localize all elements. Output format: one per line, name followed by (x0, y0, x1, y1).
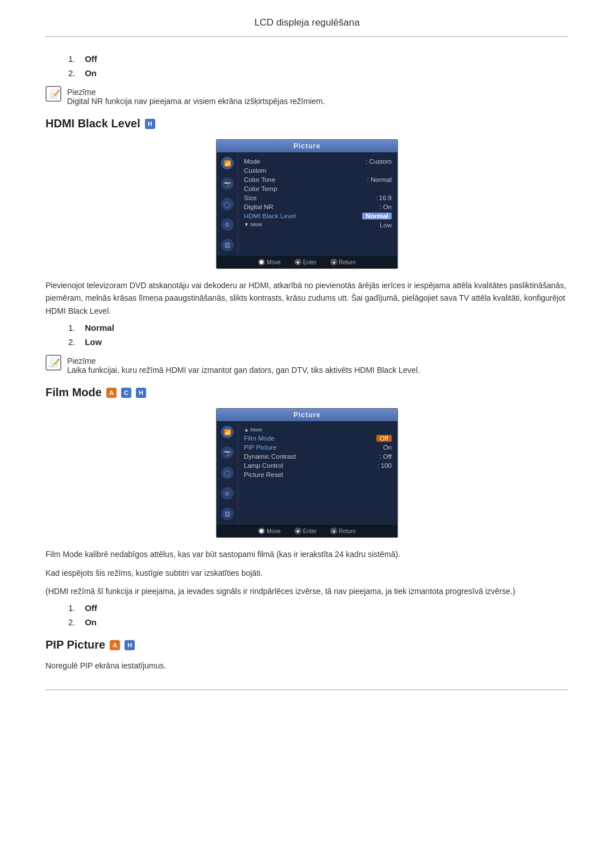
screen-icon-4: ⚙ (221, 218, 234, 231)
film-footer-return-label: Return (339, 528, 356, 534)
footer-move-label: Move (267, 259, 280, 265)
note-box-digital-nr: 📝 Piezīme Digital NR funkcija nav pieeja… (45, 86, 569, 106)
film-row-lampcontrol: Lamp Control : 100 (244, 461, 392, 470)
note-text-hdmi: Piezīme Laika funkcijai, kuru režīmā HDM… (67, 355, 420, 375)
move-icon: ⬤ (258, 259, 265, 265)
film-list-value-off: Off (85, 603, 97, 613)
list-number-2: 2. (68, 68, 82, 78)
hdmi-row-digitalnr: Digital NR : On (244, 202, 392, 211)
hdmi-row-blacklevel: HDMI Black Level Normal (244, 211, 392, 221)
film-screen-body: 📶 📷 ◯ ⚙ 🖼 ▲ More Film Mode Off PIP P (217, 421, 397, 525)
hdmi-row-mode: Mode : Custom (244, 157, 392, 166)
custom-label: Custom (244, 167, 267, 174)
footer-enter-label: Enter (303, 259, 317, 265)
pip-on-value: On (383, 444, 392, 451)
footer-return: ◄ Return (330, 259, 356, 265)
picturereset-label: Picture Reset (244, 471, 283, 478)
filmmode-label: Film Mode (244, 435, 275, 442)
film-mode-title: Film Mode (45, 386, 102, 399)
hdmi-list-item-1: 1. Normal (68, 323, 569, 333)
more-label: ▼ More (244, 222, 262, 229)
hdmi-screen-footer: ⬤ Move ■ Enter ◄ Return (217, 256, 397, 268)
film-row-pip: PIP Picture On (244, 443, 392, 452)
hdmi-screen-mockup: Picture 📶 📷 ◯ ⚙ 🖼 Mode (216, 139, 398, 269)
colortone-value: : Normal (367, 176, 392, 183)
hdmi-description: Pievienojot televizoram DVD atskaņotāju … (45, 279, 569, 317)
film-row-filmmode: Film Mode Off (244, 434, 392, 443)
film-screen-title: Picture (217, 409, 397, 421)
dyncontrast-label: Dynamic Contrast (244, 453, 296, 460)
film-more-label: ▲ More (244, 427, 262, 433)
page-container: LCD displeja regulēšana 1. Off 2. On 📝 P… (0, 0, 614, 741)
hdmi-row-more: ▼ More Low (244, 221, 392, 230)
mode-label: Mode (244, 158, 260, 165)
pip-description: Noregulē PIP ekrāna iestatījumus. (45, 659, 569, 672)
film-screen-footer: ⬤ Move ■ Enter ◄ Return (217, 525, 397, 537)
screen-icon-1: 📶 (221, 157, 234, 169)
note-label-hdmi: Piezīme (67, 356, 96, 366)
note-content-hdmi: Laika funkcijai, kuru režīmā HDMI var iz… (67, 366, 420, 375)
film-screen-icon-5: 🖼 (221, 508, 234, 520)
footer-move: ⬤ Move (258, 259, 280, 265)
film-list-number-2: 2. (68, 617, 82, 627)
film-screen-left-icons: 📶 📷 ◯ ⚙ 🖼 (217, 421, 238, 525)
colortemp-label: Color Temp (244, 185, 277, 192)
note-label-digital-nr: Piezīme (67, 88, 96, 97)
note-text-digital-nr: Piezīme Digital NR funkcija nav pieejama… (67, 86, 325, 106)
blacklevel-value: Normal (362, 213, 392, 219)
film-footer-return: ◄ Return (330, 528, 356, 534)
badge-pip-h: H (125, 640, 135, 650)
lampcontrol-label: Lamp Control (244, 462, 283, 469)
size-value: : 16:9 (375, 194, 392, 201)
list-item-2: 2. On (68, 68, 569, 78)
mode-value: : Custom (366, 158, 392, 165)
hdmi-screen-body: 📶 📷 ◯ ⚙ 🖼 Mode : Custom Cu (217, 152, 397, 256)
film-screen-icon-4: ⚙ (221, 487, 234, 500)
film-screen-content: ▲ More Film Mode Off PIP Picture On Dyna… (238, 421, 397, 525)
film-move-icon: ⬤ (258, 528, 265, 534)
hdmi-row-colortemp: Color Temp (244, 184, 392, 193)
more-value: Low (380, 222, 392, 229)
film-list-number-1: 1. (68, 603, 82, 613)
dyncontrast-value: : Off (379, 453, 392, 460)
list-value-on: On (85, 68, 97, 78)
film-screen-icon-3: ◯ (221, 467, 234, 479)
enter-icon: ■ (294, 259, 301, 265)
hdmi-screen-content: Mode : Custom Custom Color Tone : Normal… (238, 152, 397, 256)
film-row-dyncontrast: Dynamic Contrast : Off (244, 452, 392, 461)
film-description-2: Kad iespējots šis režīms, kustīgie subti… (45, 567, 569, 579)
film-footer-enter-label: Enter (303, 528, 317, 534)
badge-pip-a: A (110, 640, 120, 650)
hdmi-list-value-low: Low (85, 337, 102, 347)
film-screen-wrapper: Picture 📶 📷 ◯ ⚙ 🖼 ▲ More Film Mode Off (45, 408, 569, 538)
hdmi-row-colortone: Color Tone : Normal (244, 175, 392, 184)
hdmi-list-number-1: 1. (68, 323, 82, 333)
badge-h2: H (136, 388, 146, 398)
film-footer-enter: ■ Enter (294, 528, 317, 534)
screen-left-icons: 📶 📷 ◯ ⚙ 🖼 (217, 152, 238, 256)
film-description-3: (HDMI režīmā šī funkcija ir pieejama, ja… (45, 585, 569, 597)
film-screen-mockup: Picture 📶 📷 ◯ ⚙ 🖼 ▲ More Film Mode Off (216, 408, 398, 538)
return-icon: ◄ (330, 259, 337, 265)
badge-h: H (145, 119, 155, 129)
blacklevel-label: HDMI Black Level (244, 213, 296, 219)
film-row-pictureset: Picture Reset (244, 470, 392, 479)
list-item-1: 1. Off (68, 54, 569, 64)
film-footer-move: ⬤ Move (258, 528, 280, 534)
list-number-1: 1. (68, 54, 82, 64)
hdmi-list-value-normal: Normal (85, 323, 114, 333)
film-list-value-on: On (85, 617, 97, 627)
footer-return-label: Return (339, 259, 356, 265)
colortone-label: Color Tone (244, 176, 275, 183)
hdmi-row-size: Size : 16:9 (244, 193, 392, 202)
list-value-off: Off (85, 54, 97, 64)
hdmi-black-level-title: HDMI Black Level (45, 117, 140, 130)
film-enter-icon: ■ (294, 528, 301, 534)
film-list-item-1: 1. Off (68, 603, 569, 613)
hdmi-black-level-heading: HDMI Black Level H (45, 117, 569, 130)
badge-a: A (106, 388, 117, 398)
screen-icon-3: ◯ (221, 198, 234, 210)
film-description-1: Film Mode kalibrē nedabīgos attēlus, kas… (45, 548, 569, 560)
film-screen-icon-2: 📷 (221, 446, 234, 459)
note-icon-hdmi: 📝 (45, 355, 61, 371)
